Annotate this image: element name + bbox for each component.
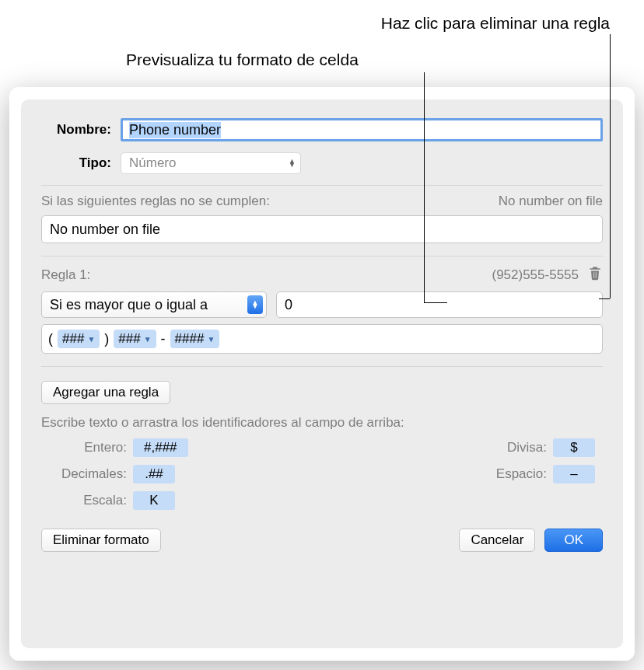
token-text: ####	[175, 331, 205, 347]
fallback-input[interactable]	[41, 215, 603, 243]
chevron-down-icon: ▼	[144, 335, 152, 344]
type-select[interactable]: Número ▲▼	[121, 152, 301, 174]
name-input[interactable]	[121, 118, 603, 141]
fallback-intro: Si las siguientes reglas no se cumplen:	[41, 194, 270, 209]
chevrons-icon: ▲▼	[289, 159, 296, 167]
divisa-token[interactable]: $	[553, 438, 595, 457]
delete-format-button[interactable]: Eliminar formato	[41, 529, 161, 552]
chevron-down-icon: ▼	[87, 335, 95, 344]
callout-line	[599, 298, 610, 299]
annotation-delete-rule: Haz clic para eliminar una regla	[381, 14, 610, 33]
literal-dash: -	[161, 331, 166, 347]
type-select-value: Número	[129, 155, 176, 171]
token-text: ###	[118, 331, 140, 347]
type-label: Tipo:	[41, 155, 121, 171]
rule1-label: Regla 1:	[41, 267, 90, 283]
add-rule-button[interactable]: Agregar una regla	[41, 381, 170, 404]
entero-label: Entero:	[41, 440, 127, 455]
callout-line	[610, 34, 611, 298]
tokens-intro: Escribe texto o arrastra los identificad…	[41, 415, 603, 431]
divider	[41, 256, 603, 256]
divider	[41, 366, 603, 367]
token-text: ###	[62, 331, 84, 347]
format-token[interactable]: ### ▼	[58, 330, 100, 348]
escala-label: Escala:	[41, 493, 127, 508]
condition-value-input[interactable]	[276, 291, 603, 318]
escala-token[interactable]: K	[133, 491, 175, 510]
trash-icon[interactable]	[587, 264, 603, 285]
cancel-button[interactable]: Cancelar	[459, 529, 535, 552]
decimales-label: Decimales:	[41, 466, 127, 482]
rule1-preview: (952)555-5555	[492, 267, 579, 283]
divisa-label: Divisa:	[485, 440, 547, 455]
condition-value: Si es mayor que o igual a	[50, 297, 208, 313]
format-token[interactable]: ### ▼	[114, 330, 156, 348]
fallback-preview: No number on file	[499, 194, 603, 209]
literal-close-paren: )	[104, 331, 109, 347]
condition-select[interactable]: Si es mayor que o igual a ▲▼	[41, 291, 267, 318]
name-label: Nombre:	[41, 122, 121, 138]
decimales-token[interactable]: .##	[133, 465, 175, 483]
format-bar[interactable]: ( ### ▼ ) ### ▼ - #### ▼	[41, 324, 603, 354]
ok-button[interactable]: OK	[544, 529, 603, 552]
format-editor-window: Nombre: Tipo: Número ▲▼ Si las siguiente…	[21, 99, 623, 648]
espacio-token[interactable]: –	[553, 465, 595, 483]
espacio-label: Espacio:	[485, 466, 547, 482]
callout-line	[424, 72, 425, 302]
format-token[interactable]: #### ▼	[170, 330, 220, 348]
literal-open-paren: (	[48, 331, 53, 347]
chevrons-icon: ▲▼	[247, 295, 263, 314]
callout-line	[424, 302, 447, 303]
divider	[41, 185, 603, 186]
entero-token[interactable]: #,###	[133, 438, 188, 457]
chevron-down-icon: ▼	[207, 335, 215, 344]
annotation-preview-format: Previsualiza tu formato de celda	[126, 51, 359, 69]
